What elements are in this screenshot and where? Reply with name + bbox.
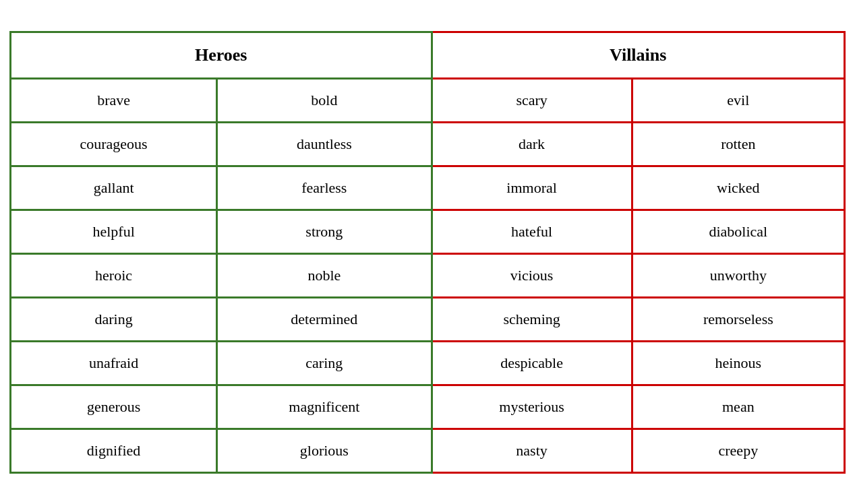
villain-cell: unworthy [632,253,844,297]
villain-cell: mysterious [432,385,632,429]
villain-cell: hateful [432,210,632,253]
hero-cell: bold [217,78,432,122]
hero-cell: noble [217,253,432,297]
table-row: courageousdauntlessdarkrotten [11,122,845,166]
table-row: dignifiedgloriousnastycreepy [11,429,845,472]
hero-cell: brave [11,78,217,122]
villain-cell: remorseless [632,297,844,341]
heroes-villains-table: Heroes Villains braveboldscaryevilcourag… [9,31,846,474]
villain-cell: rotten [632,122,844,166]
table-row: heroicnobleviciousunworthy [11,253,845,297]
hero-cell: courageous [11,122,217,166]
villain-cell: wicked [632,166,844,210]
table-row: unafraidcaringdespicableheinous [11,341,845,385]
villain-cell: nasty [432,429,632,472]
hero-cell: glorious [217,429,432,472]
villain-cell: dark [432,122,632,166]
hero-cell: daring [11,297,217,341]
hero-cell: determined [217,297,432,341]
table-row: helpfulstronghatefuldiabolical [11,210,845,253]
villain-cell: heinous [632,341,844,385]
hero-cell: strong [217,210,432,253]
header-row: Heroes Villains [11,32,845,78]
villain-cell: despicable [432,341,632,385]
hero-cell: dauntless [217,122,432,166]
villain-cell: scheming [432,297,632,341]
hero-cell: magnificent [217,385,432,429]
villain-cell: scary [432,78,632,122]
villains-header: Villains [432,32,845,78]
hero-cell: dignified [11,429,217,472]
hero-cell: helpful [11,210,217,253]
table-row: braveboldscaryevil [11,78,845,122]
table-row: generousmagnificentmysteriousmean [11,385,845,429]
heroes-header: Heroes [11,32,432,78]
villain-cell: creepy [632,429,844,472]
hero-cell: generous [11,385,217,429]
villain-cell: mean [632,385,844,429]
hero-cell: heroic [11,253,217,297]
table-row: gallantfearlessimmoralwicked [11,166,845,210]
villain-cell: immoral [432,166,632,210]
main-table-wrapper: Heroes Villains braveboldscaryevilcourag… [9,31,846,474]
hero-cell: unafraid [11,341,217,385]
table-row: daringdeterminedschemingremorseless [11,297,845,341]
villain-cell: diabolical [632,210,844,253]
villain-cell: vicious [432,253,632,297]
hero-cell: caring [217,341,432,385]
hero-cell: gallant [11,166,217,210]
hero-cell: fearless [217,166,432,210]
villain-cell: evil [632,78,844,122]
